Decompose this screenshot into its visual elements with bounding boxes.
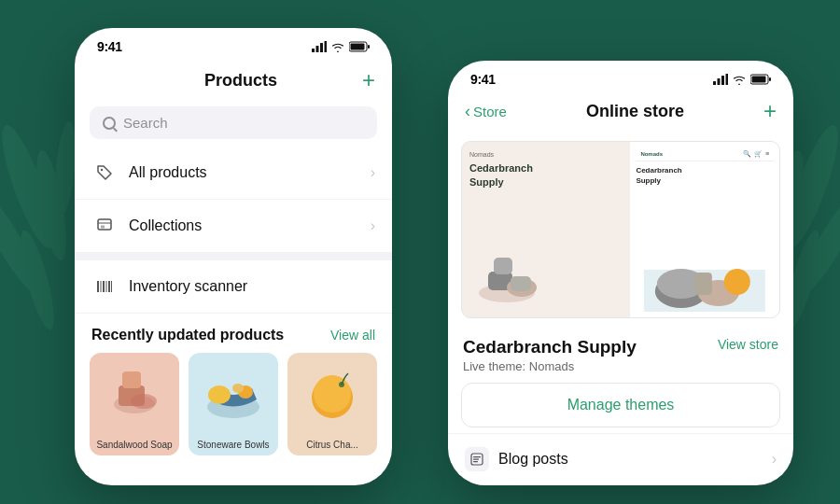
left-phone: 9:41 Products: [75, 28, 392, 485]
status-icons-left: [312, 41, 370, 52]
nav-bar-right: ‹ Store Online store +: [448, 94, 793, 133]
svg-rect-24: [108, 281, 110, 292]
signal-icon: [312, 41, 327, 52]
nav-bar-left: Products +: [75, 62, 392, 103]
store-theme: Live theme: Nomads: [463, 359, 637, 373]
blog-posts-icon: [470, 453, 483, 466]
back-label: Store: [473, 104, 507, 119]
stoneware-label: Stoneware Bowls: [189, 440, 278, 450]
preview-stone-visuals: [469, 239, 621, 308]
store-preview: Nomads CedarbranchSupply Nomads: [461, 141, 780, 318]
svg-rect-28: [122, 371, 141, 388]
barcode-icon: [91, 273, 118, 300]
store-name: Cedarbranch Supply: [463, 337, 637, 357]
product-card-citrus[interactable]: Citrus Cha...: [287, 353, 377, 455]
svg-point-4: [14, 228, 61, 332]
preview-left-panel: Nomads CedarbranchSupply: [462, 142, 628, 317]
soap-stones-left: [469, 239, 544, 304]
battery-icon-right: [750, 74, 771, 85]
menu-item-inventory-scanner[interactable]: Inventory scanner: [75, 260, 392, 314]
view-store-link[interactable]: View store: [718, 337, 778, 352]
svg-rect-48: [511, 276, 531, 291]
preview-right-brand-text: CedarbranchSupply: [636, 165, 774, 186]
store-preview-inner: Nomads CedarbranchSupply Nomads: [462, 142, 779, 317]
preview-right-visual: [636, 189, 774, 312]
manage-themes-button[interactable]: Manage themes: [461, 383, 780, 427]
menu-item-collections[interactable]: Collections ›: [75, 200, 392, 253]
sandalwood-label: Sandalwood Soap: [90, 440, 179, 450]
preview-topbar-brand: Nomads: [640, 151, 663, 157]
view-all-link[interactable]: View all: [330, 328, 375, 343]
product-cards-row: Sandalwood Soap Stoneware Bowls Citrus C…: [75, 353, 392, 455]
svg-point-33: [232, 384, 244, 393]
svg-point-1: [31, 148, 72, 262]
collections-label: Collections: [129, 217, 359, 234]
all-products-label: All products: [129, 164, 359, 181]
store-info: Cedarbranch Supply Live theme: Nomads: [463, 337, 637, 373]
right-phone: 9:41 ‹ Store Online st: [448, 61, 793, 485]
svg-rect-22: [103, 281, 105, 292]
blog-posts-label: Blog posts: [498, 451, 763, 468]
svg-rect-23: [106, 281, 107, 292]
svg-rect-54: [695, 273, 712, 295]
sandalwood-visual: [90, 353, 179, 427]
svg-rect-11: [316, 46, 319, 52]
soap-stones-right: [636, 228, 774, 312]
status-time-left: 9:41: [97, 39, 122, 54]
svg-point-31: [208, 385, 231, 404]
svg-rect-37: [713, 81, 716, 85]
svg-rect-19: [101, 226, 105, 229]
add-button-right[interactable]: +: [763, 98, 777, 124]
svg-rect-58: [473, 461, 478, 462]
add-button-left[interactable]: +: [362, 67, 375, 93]
recently-updated-header: Recently updated products View all: [75, 314, 392, 353]
search-icon: [103, 117, 116, 130]
status-time-right: 9:41: [470, 72, 496, 87]
svg-point-7: [790, 184, 840, 301]
signal-icon-right: [713, 74, 728, 85]
menu-item-all-products[interactable]: All products ›: [75, 147, 392, 200]
svg-rect-38: [718, 78, 721, 85]
status-icons-right: [713, 74, 771, 85]
blog-posts-item[interactable]: Blog posts ›: [448, 433, 793, 484]
search-bar[interactable]: Search: [90, 106, 377, 139]
page-title-right: Online store: [586, 102, 684, 121]
svg-rect-46: [494, 258, 512, 274]
citrus-label: Citrus Cha...: [287, 440, 377, 450]
svg-rect-12: [320, 43, 323, 52]
wifi-icon: [331, 42, 344, 52]
svg-rect-15: [351, 44, 365, 50]
svg-rect-56: [473, 456, 481, 457]
store-info-row: Cedarbranch Supply Live theme: Nomads Vi…: [448, 326, 793, 377]
svg-rect-25: [111, 281, 112, 292]
collections-icon: [91, 213, 118, 239]
svg-point-2: [0, 184, 50, 301]
battery-icon: [349, 41, 370, 52]
svg-rect-57: [473, 459, 479, 460]
preview-topbar: Nomads 🔍 🛒 ≡: [636, 147, 774, 161]
svg-point-0: [0, 120, 63, 253]
svg-point-53: [724, 269, 750, 295]
recently-updated-title: Recently updated products: [91, 327, 284, 343]
svg-point-17: [101, 169, 103, 171]
svg-rect-20: [97, 281, 99, 292]
svg-rect-10: [312, 49, 315, 52]
product-card-sandalwood[interactable]: Sandalwood Soap: [90, 353, 179, 455]
preview-nomads-logo: Nomads: [469, 151, 621, 158]
back-button[interactable]: ‹ Store: [465, 102, 507, 121]
svg-rect-42: [752, 77, 766, 83]
page-title-left: Products: [204, 71, 277, 91]
wifi-icon-right: [733, 75, 746, 85]
svg-rect-21: [101, 281, 102, 292]
svg-rect-39: [721, 76, 724, 85]
preview-topbar-icons: 🔍 🛒 ≡: [743, 150, 769, 158]
product-card-stoneware[interactable]: Stoneware Bowls: [189, 353, 278, 455]
chevron-right-icon-2: ›: [371, 217, 375, 234]
preview-left-brand-text: CedarbranchSupply: [469, 161, 621, 190]
svg-point-35: [314, 375, 351, 413]
svg-rect-18: [98, 219, 111, 230]
status-bar-right: 9:41: [448, 61, 793, 94]
menu-divider: [75, 253, 392, 260]
svg-point-29: [131, 394, 157, 409]
svg-rect-43: [769, 77, 771, 81]
